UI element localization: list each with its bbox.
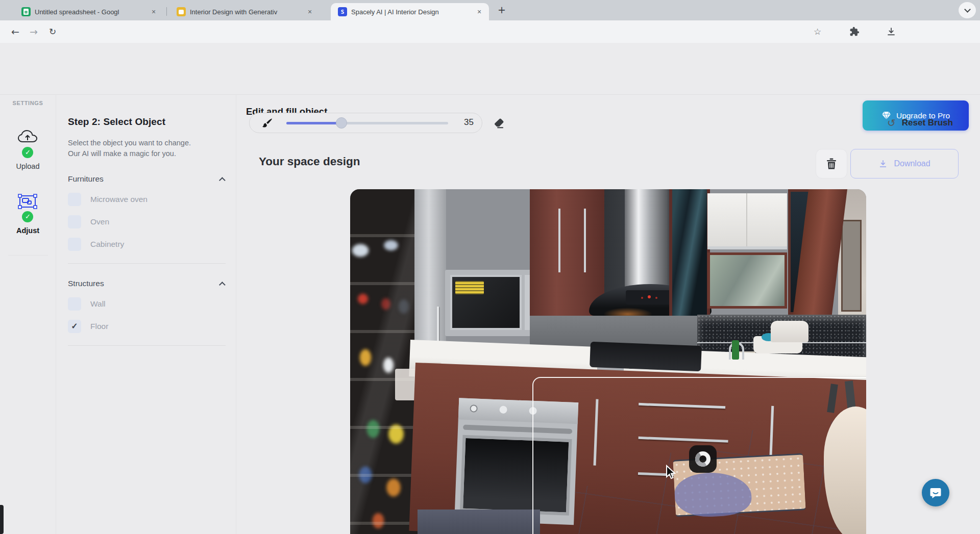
rail-step-upload[interactable]: ✓ Upload [16, 129, 40, 170]
checkbox-row-cabinetry[interactable]: Cabinetry [68, 238, 226, 251]
brush-size-value: 35 [464, 117, 474, 128]
spinner-segment [694, 450, 713, 469]
checkbox-floor-checked[interactable] [68, 320, 81, 333]
close-icon[interactable]: × [475, 7, 484, 16]
brush-icon [261, 117, 273, 130]
forward-icon[interactable]: → [30, 26, 38, 37]
extensions-icon[interactable] [849, 27, 860, 37]
checkbox-wall[interactable] [68, 297, 81, 311]
loading-spinner-badge [689, 445, 717, 473]
reset-brush-label: Reset Brush [902, 118, 953, 128]
checkbox-row-wall[interactable]: Wall [68, 297, 226, 311]
tab-search-chevron-button[interactable] [959, 2, 976, 18]
app-header: ‹ Back Home ↺ ↻ Edit and fill object Upg… [0, 43, 980, 95]
spacely-icon: S [338, 7, 347, 16]
slider-thumb[interactable] [336, 117, 347, 129]
tab-title: Spacely AI | AI Interior Design [351, 8, 471, 16]
close-icon[interactable]: × [149, 7, 158, 16]
checkbox-label: Oven [90, 217, 109, 226]
chevron-down-icon [964, 6, 971, 13]
adjust-complete-check-icon: ✓ [22, 211, 33, 222]
tab-spreadsheet[interactable]: Untitled spreadsheet - Googl × [14, 3, 163, 20]
back-icon[interactable]: ← [11, 26, 19, 37]
adjust-step-label: Adjust [16, 226, 39, 235]
counter-item-container [771, 321, 808, 342]
close-icon[interactable]: × [305, 7, 314, 16]
upload-complete-check-icon: ✓ [22, 147, 33, 158]
panel-divider [68, 345, 226, 346]
brush-size-control: 35 [249, 113, 482, 133]
mouse-cursor [665, 465, 677, 481]
chevron-up-icon [219, 282, 226, 288]
download-button[interactable]: Download [850, 149, 959, 179]
tab-interior-design[interactable]: Interior Design with Generativ × [169, 3, 320, 20]
chat-bubble-icon [929, 486, 942, 499]
checkbox-microwave-oven[interactable] [68, 193, 81, 206]
google-sheets-icon [21, 7, 31, 16]
space-design-title: Your space design [259, 155, 360, 168]
floor-shadow-under-cabinets [418, 510, 540, 534]
select-object-panel: Step 2: Select Object Select the object … [57, 95, 236, 534]
design-image-canvas[interactable] [350, 189, 866, 534]
settings-rail: SETTINGS ✓ Upload ✓ Adjust [0, 95, 56, 534]
rail-divider [8, 255, 48, 256]
download-icon [878, 159, 888, 168]
browser-toolbar: ← → ↻ spacely.ai/app/tool/edit-and-fill … [0, 20, 980, 43]
reset-brush-button[interactable]: ↺ Reset Brush [887, 113, 953, 133]
chevron-up-icon [219, 177, 226, 184]
tab-separator [166, 7, 167, 16]
bookmark-star-icon[interactable]: ☆ [814, 27, 821, 37]
panel-divider [68, 263, 226, 264]
trash-icon [826, 158, 837, 170]
step-description-line1: Select the object you want to change. [68, 138, 210, 148]
settings-label: SETTINGS [13, 100, 43, 106]
adjust-selection-icon [18, 194, 37, 209]
counter-item-bottle [732, 340, 739, 360]
tab-spacely-active[interactable]: S Spacely AI | AI Interior Design × [331, 3, 489, 20]
reset-icon: ↺ [887, 117, 896, 129]
kitchen-stove [590, 342, 702, 371]
checkbox-row-microwave-oven[interactable]: Microwave oven [68, 193, 226, 206]
checkbox-cabinetry[interactable] [68, 238, 81, 251]
checkbox-label: Floor [90, 322, 108, 331]
reload-icon[interactable]: ↻ [49, 27, 56, 37]
delete-design-button[interactable] [816, 149, 847, 179]
slider-fill [286, 122, 341, 124]
step-description: Select the object you want to change. Ou… [68, 138, 210, 159]
upload-step-label: Upload [16, 162, 40, 170]
tab-title: Untitled spreadsheet - Googl [35, 8, 145, 16]
download-label: Download [894, 159, 930, 168]
scrollbar-fragment[interactable] [0, 505, 4, 534]
checkbox-label: Cabinetry [90, 240, 124, 249]
chat-widget-button[interactable] [922, 479, 949, 506]
step-description-line2: Our AI will make a magic for you. [68, 148, 210, 159]
group-furnitures-header[interactable]: Furnitures [68, 174, 226, 184]
rail-step-adjust[interactable]: ✓ Adjust [16, 194, 39, 235]
new-tab-button[interactable]: + [498, 4, 506, 15]
brush-size-slider[interactable] [286, 122, 448, 124]
group-structures-header[interactable]: Structures [68, 279, 226, 288]
downloads-icon[interactable] [886, 27, 896, 37]
cloud-upload-icon [17, 129, 38, 145]
group-furnitures-label: Furnitures [68, 174, 104, 184]
group-structures-label: Structures [68, 279, 104, 288]
step-title: Step 2: Select Object [68, 116, 226, 128]
yellow-doc-icon [177, 7, 186, 16]
eraser-icon[interactable] [493, 117, 505, 130]
checkbox-oven[interactable] [68, 215, 81, 228]
checkbox-label: Microwave oven [90, 195, 148, 204]
checkbox-label: Wall [90, 299, 106, 309]
browser-tab-strip: Untitled spreadsheet - Googl × Interior … [0, 0, 980, 20]
checkbox-row-floor[interactable]: Floor [68, 320, 226, 333]
tab-title: Interior Design with Generativ [190, 8, 301, 16]
checkbox-row-oven[interactable]: Oven [68, 215, 226, 228]
